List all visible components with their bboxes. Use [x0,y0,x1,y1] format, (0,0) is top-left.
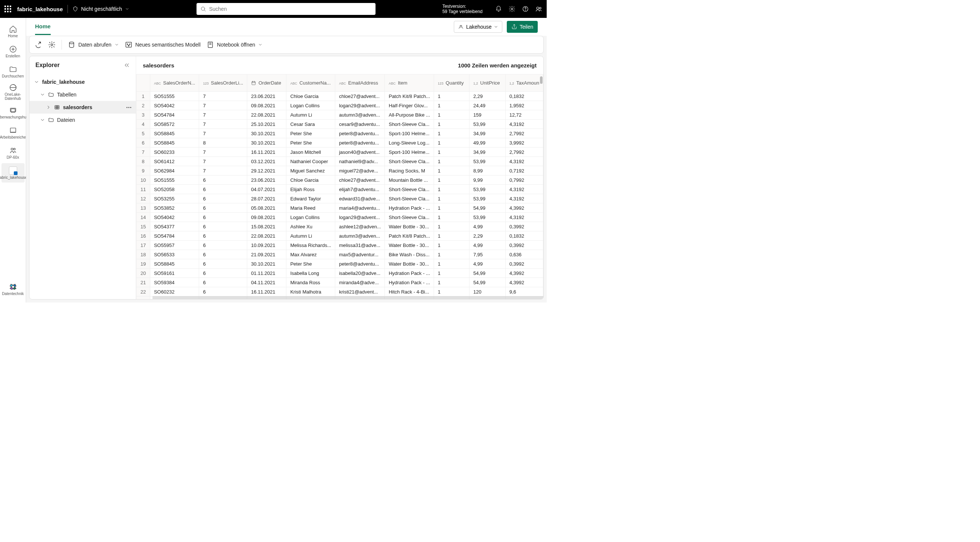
cell[interactable]: SO53255 [150,194,199,203]
cell[interactable]: 8,99 [469,166,506,176]
cell[interactable]: 1 [434,287,469,296]
cell[interactable]: 53,99 [469,194,506,203]
cell[interactable]: Max Alvarez [286,250,335,259]
column-header[interactable]: 123SalesOrderLi... [199,74,247,92]
cell[interactable]: 7 [199,120,247,129]
cell[interactable]: 1 [434,176,469,185]
cell[interactable]: 7,95 [469,250,506,259]
cell[interactable]: 4,3192 [506,194,543,203]
cell[interactable]: Maria Reed [286,203,335,213]
cell[interactable]: 1 [434,222,469,231]
rail-onelake[interactable]: OneLake-Datenhub [2,82,25,102]
cell[interactable]: peter8@adventu... [335,138,385,147]
cell[interactable]: 30.10.2021 [247,129,286,138]
cell[interactable]: Cesar Sara [286,120,335,129]
open-notebook-button[interactable]: Notebook öffnen [207,41,263,48]
table-row[interactable]: 18SO56533621.09.2021Max Alvarezmax5@adve… [137,250,543,259]
cell[interactable]: 1 [434,110,469,120]
table-row[interactable]: 4SO58572725.10.2021Cesar Saracesar9@adve… [137,120,543,129]
get-data-button[interactable]: Daten abrufen [68,41,119,48]
table-row[interactable]: 15SO54377615.08.2021Ashlee Xuashlee12@ad… [137,222,543,231]
cell[interactable]: Racing Socks, M [385,166,434,176]
cell[interactable]: Chloe Garcia [286,92,335,101]
cell[interactable]: peter8@adventu... [335,129,385,138]
cell[interactable]: Water Bottle - 30... [385,241,434,250]
tree-root[interactable]: fabric_lakehouse [29,76,136,88]
app-launcher-icon[interactable] [5,6,11,12]
cell[interactable]: maria4@adventu... [335,203,385,213]
cell[interactable]: 01.11.2021 [247,269,286,278]
table-row[interactable]: 13SO53852605.08.2021Maria Reedmaria4@adv… [137,203,543,213]
notifications-icon[interactable] [495,6,502,12]
cell[interactable]: edward31@adve... [335,194,385,203]
cell[interactable]: 1 [434,194,469,203]
cell[interactable]: melissa31@adve... [335,241,385,250]
table-row[interactable]: 7SO60233716.11.2021Jason Mitchelljason40… [137,147,543,157]
cell[interactable]: SO62984 [150,166,199,176]
cell[interactable]: 6 [199,287,247,296]
cell[interactable]: 53,99 [469,120,506,129]
cell[interactable]: 0,1832 [506,231,543,241]
cell[interactable]: Chloe Garcia [286,176,335,185]
cell[interactable]: 54,99 [469,203,506,213]
column-header[interactable]: 123Quantity [434,74,469,92]
cell[interactable]: 25.10.2021 [247,120,286,129]
cell[interactable]: 1 [434,185,469,194]
cell[interactable]: autumn3@adven... [335,110,385,120]
table-row[interactable]: 14SO54042609.08.2021Logan Collinslogan29… [137,213,543,222]
cell[interactable]: 28.07.2021 [247,194,286,203]
cell[interactable]: 4,3992 [506,278,543,287]
cell[interactable]: 24,49 [469,101,506,110]
cell[interactable]: 1 [434,213,469,222]
cell[interactable]: Hydration Pack - ... [385,203,434,213]
cell[interactable]: 4,99 [469,222,506,231]
cell[interactable]: 1 [434,157,469,166]
rail-current-lakehouse[interactable]: fabric_lakehouse [2,163,25,182]
column-header[interactable]: OrderDate [247,74,286,92]
cell[interactable]: chloe27@advent... [335,176,385,185]
table-row[interactable]: 9SO62984729.12.2021Miguel Sanchezmiguel7… [137,166,543,176]
cell[interactable]: 04.07.2021 [247,185,286,194]
cell[interactable]: SO60233 [150,147,199,157]
tree-tables[interactable]: Tabellen [29,88,136,101]
cell[interactable]: 1 [434,92,469,101]
tab-home[interactable]: Home [35,19,51,35]
cell[interactable]: 6 [199,250,247,259]
cell[interactable]: SO58845 [150,138,199,147]
cell[interactable]: 21.09.2021 [247,250,286,259]
cell[interactable]: 1 [434,278,469,287]
cell[interactable]: SO55957 [150,241,199,250]
cell[interactable]: 16.11.2021 [247,287,286,296]
cell[interactable]: 2,7992 [506,147,543,157]
table-scroll[interactable]: ABCSalesOrderN...123SalesOrderLi...Order… [136,74,543,299]
cell[interactable]: Hydration Pack - ... [385,269,434,278]
cell[interactable]: cesar9@adventu... [335,120,385,129]
cell[interactable]: 6 [199,269,247,278]
cell[interactable]: 54,99 [469,269,506,278]
cell[interactable]: Patch Kit/8 Patch... [385,231,434,241]
cell[interactable]: Logan Collins [286,101,335,110]
cell[interactable]: SO59161 [150,269,199,278]
table-row[interactable]: 6SO58845830.10.2021Peter Shepeter8@adven… [137,138,543,147]
cell[interactable]: autumn3@adven... [335,231,385,241]
workspace-name[interactable]: fabric_lakehouse [16,6,63,12]
rail-workspaces[interactable]: Arbeitsbereiche [2,123,25,142]
table-row[interactable]: 10SO51555623.06.2021Chloe Garciachloe27@… [137,176,543,185]
cell[interactable]: SO54042 [150,101,199,110]
rail-data-engineering[interactable]: Datentechnik [2,279,25,299]
column-header[interactable]: 1,2TaxAmoun [506,74,543,92]
cell[interactable]: 29.12.2021 [247,166,286,176]
cell[interactable]: 6 [199,222,247,231]
cell[interactable]: SO58572 [150,120,199,129]
cell[interactable]: 1 [434,203,469,213]
table-row[interactable]: 19SO58845630.10.2021Peter Shepeter8@adve… [137,259,543,269]
cell[interactable]: Nathaniel Cooper [286,157,335,166]
cell[interactable]: 1 [434,250,469,259]
table-row[interactable]: 16SO54784622.08.2021Autumn Liautumn3@adv… [137,231,543,241]
cell[interactable]: Peter She [286,138,335,147]
cell[interactable]: 4,3192 [506,157,543,166]
cell[interactable]: 53,99 [469,157,506,166]
cell[interactable]: 16.11.2021 [247,147,286,157]
cell[interactable]: 0,1832 [506,92,543,101]
cell[interactable]: SO52058 [150,185,199,194]
